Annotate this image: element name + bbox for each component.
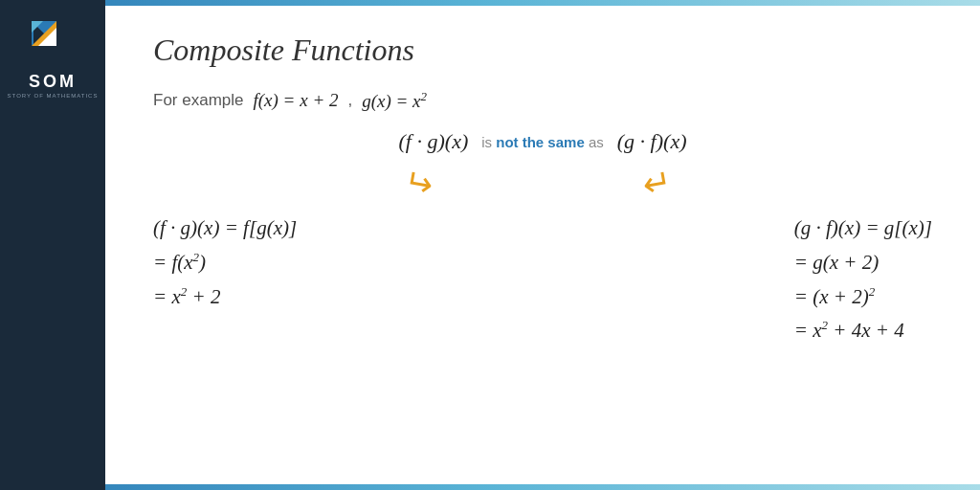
not-same-text: is not the same as — [481, 134, 604, 150]
right-line-4: = x2 + 4x + 4 — [794, 314, 932, 348]
arrows-row: ↵ ↵ — [153, 164, 932, 204]
example-comma: , — [347, 91, 352, 110]
right-derivation: (g · f)(x) = g[(x)] = g(x + 2) = (x + 2)… — [794, 212, 932, 348]
sidebar: SOM STORY OF MATHEMATICS — [0, 0, 105, 490]
left-line-3: = x2 + 2 — [153, 280, 297, 315]
example-g: g(x) = x2 — [362, 89, 427, 112]
right-line-1: (g · f)(x) = g[(x)] — [794, 212, 932, 246]
bottom-accent-bar — [0, 484, 980, 490]
brand-text: SOM — [29, 72, 77, 92]
example-label: For example — [153, 91, 243, 110]
som-logo-icon — [24, 17, 81, 70]
left-arrow-icon: ↵ — [401, 162, 436, 207]
comparison-row: (f · g)(x) is not the same as (g · f)(x) — [153, 129, 932, 154]
main-content: Composite Functions For example f(x) = x… — [105, 6, 980, 484]
logo-container: SOM STORY OF MATHEMATICS — [8, 17, 99, 99]
left-line-1: (f · g)(x) = f[g(x)] — [153, 212, 297, 246]
right-arrow-icon: ↵ — [640, 162, 676, 207]
example-f: f(x) = x + 2 — [253, 90, 338, 111]
right-line-2: = g(x + 2) — [794, 246, 932, 280]
left-derivation: (f · g)(x) = f[g(x)] = f(x2) = x2 + 2 — [153, 212, 297, 314]
page-title: Composite Functions — [153, 33, 932, 68]
right-line-3: = (x + 2)2 — [794, 280, 932, 315]
subtitle-text: STORY OF MATHEMATICS — [8, 93, 99, 99]
comparison-right: (g · f)(x) — [617, 129, 687, 154]
left-line-2: = f(x2) — [153, 246, 297, 280]
example-line: For example f(x) = x + 2 , g(x) = x2 — [153, 89, 932, 112]
bottom-math-section: (f · g)(x) = f[g(x)] = f(x2) = x2 + 2 (g… — [153, 212, 932, 348]
comparison-left: (f · g)(x) — [399, 129, 469, 154]
